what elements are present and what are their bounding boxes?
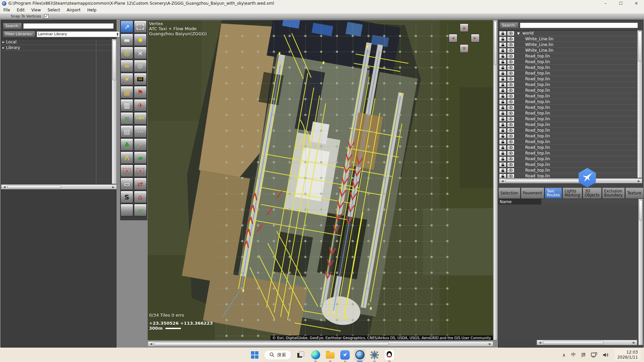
visibility-eye-icon[interactable] — [507, 145, 514, 150]
menu-item[interactable]: View — [28, 7, 44, 13]
map-vertical-scrollbar[interactable] — [493, 20, 497, 340]
hole-tool[interactable]: ⊘ — [134, 60, 147, 72]
helipad-tool[interactable]: ◎ — [120, 47, 133, 59]
visibility-eye-icon[interactable] — [507, 48, 514, 53]
maximize-button[interactable]: ☐ — [613, 0, 629, 7]
atc-taxi-route-tool[interactable]: ↱ATC — [134, 112, 147, 125]
lock-icon[interactable] — [499, 151, 506, 156]
lock-icon[interactable] — [499, 31, 506, 36]
scrollbar-thumb[interactable] — [505, 179, 589, 182]
library-tree-item[interactable]: ► Local — [1, 39, 112, 45]
hierarchy-row[interactable]: Road_top.lin — [498, 133, 637, 139]
inspector-tab[interactable]: Texture — [625, 187, 644, 199]
expander-icon[interactable]: ► — [2, 40, 5, 44]
hierarchy-row[interactable]: Road_top.lin — [498, 71, 637, 76]
filter-libraries-dropdown[interactable]: Laminar Library ▲▼ — [37, 31, 120, 37]
visibility-eye-icon[interactable] — [507, 31, 514, 36]
hierarchy-row[interactable]: Road_top.lin — [498, 150, 637, 156]
marquee-tool[interactable] — [134, 20, 147, 33]
lock-icon[interactable] — [499, 71, 506, 76]
hierarchy-row[interactable]: Road_top.lin — [498, 93, 637, 99]
select-vertex-tool[interactable]: ↗ — [120, 20, 133, 33]
inspector-tab[interactable]: Selection — [498, 187, 521, 199]
truck-parking-tool[interactable]: ▭ — [120, 178, 133, 190]
visibility-eye-icon[interactable] — [507, 128, 514, 133]
hierarchy-row[interactable]: Road_top.lin — [498, 99, 637, 105]
hierarchy-row[interactable]: Road_top.lin — [498, 116, 637, 122]
hierarchy-row[interactable]: Road_top.lin — [498, 122, 637, 128]
hierarchy-row[interactable]: Road_top.lin — [498, 82, 637, 88]
file-explorer-button[interactable] — [325, 349, 336, 361]
hierarchy-row[interactable]: Road_top.lin — [498, 76, 637, 82]
visibility-eye-icon[interactable] — [507, 139, 514, 144]
qq-button[interactable] — [384, 349, 395, 361]
visibility-eye-icon[interactable] — [507, 65, 514, 70]
line-tool[interactable]: Λ — [120, 151, 133, 164]
truck-destination-tool[interactable]: ⇄ — [134, 178, 147, 190]
inspector-tab[interactable]: Exclusion Boundary — [602, 187, 625, 199]
visibility-eye-icon[interactable] — [507, 134, 514, 139]
hierarchy-row[interactable]: Road_top.lin — [498, 65, 637, 71]
column-divider[interactable] — [96, 39, 96, 184]
lock-icon[interactable] — [499, 37, 506, 42]
hierarchy-row[interactable]: White_Line.lin — [498, 36, 637, 42]
lock-icon[interactable] — [499, 54, 506, 59]
lock-icon[interactable] — [499, 94, 506, 99]
hierarchy-row[interactable]: Road_top.lin — [498, 139, 637, 145]
autogen-building-tool[interactable]: ⌂ — [134, 191, 147, 203]
attribute-body[interactable] — [498, 205, 644, 340]
scrollbar-thumb[interactable] — [112, 40, 116, 80]
lock-icon[interactable] — [499, 48, 506, 53]
light-string-tool[interactable]: ⋰ — [134, 138, 147, 151]
runway-tool[interactable]: ▬ — [120, 34, 133, 46]
object-string-tool[interactable]: ⋯ — [134, 125, 147, 138]
library-search-input[interactable] — [23, 23, 114, 29]
object-tool[interactable]: ▦ — [120, 86, 133, 98]
inspector-tab[interactable]: Pavement — [521, 187, 544, 199]
inspector-tab[interactable]: 3D Objects — [583, 187, 601, 199]
hierarchy-row[interactable]: Road_top.lin — [498, 110, 637, 116]
fence-tool[interactable]: ≡ — [120, 112, 133, 125]
lock-icon[interactable] — [499, 117, 506, 122]
scroll-right-icon[interactable]: ▶ — [636, 179, 642, 183]
lock-icon[interactable] — [499, 77, 506, 82]
wed-taskbar-button[interactable] — [354, 349, 365, 361]
map-pane[interactable]: Vertex ATC Taxi + Flow Mode Guangzhou Ba… — [148, 20, 493, 340]
expander-icon[interactable]: ► — [2, 46, 5, 49]
visibility-eye-icon[interactable] — [507, 88, 514, 93]
visibility-eye-icon[interactable] — [507, 174, 514, 178]
close-button[interactable]: ✕ — [629, 0, 644, 7]
lock-icon[interactable] — [499, 88, 506, 93]
hierarchy-row[interactable]: Road_top.lin — [498, 128, 637, 133]
visibility-eye-icon[interactable] — [507, 168, 514, 173]
taskbar-search[interactable]: 搜索 — [264, 350, 292, 360]
lock-icon[interactable] — [499, 59, 506, 64]
xunlei-taskbar-button[interactable] — [339, 349, 351, 361]
hierarchy-row[interactable]: White_Line.lin — [498, 48, 637, 53]
lock-icon[interactable] — [499, 82, 506, 87]
pan-right-button[interactable]: ▶ — [471, 34, 480, 42]
visibility-eye-icon[interactable] — [507, 71, 514, 76]
exclusion-zone-alt-tool[interactable]: × — [134, 165, 147, 177]
visibility-eye-icon[interactable] — [507, 122, 514, 127]
network-icon[interactable] — [591, 352, 597, 358]
exclusion-zone-tool[interactable]: × — [120, 165, 133, 177]
lock-icon[interactable] — [499, 174, 506, 178]
hierarchy-row[interactable]: Road_top.lin — [498, 145, 637, 150]
visibility-eye-icon[interactable] — [507, 162, 514, 167]
forest-tool[interactable]: ♣ — [120, 138, 133, 151]
hierarchy-row[interactable]: Road_top.lin — [498, 173, 637, 178]
visibility-eye-icon[interactable] — [507, 156, 514, 162]
windsock-tool[interactable]: ⚑ — [134, 86, 147, 98]
speaker-icon[interactable] — [603, 352, 609, 358]
visibility-eye-icon[interactable] — [507, 151, 514, 156]
blank-tool[interactable] — [120, 204, 133, 216]
library-tree-item[interactable]: ► Library — [1, 45, 112, 51]
hierarchy-row[interactable]: Road_top.lin — [498, 168, 637, 173]
expander-icon[interactable]: ▼ — [517, 32, 520, 35]
library-horizontal-scrollbar[interactable]: ◀ ▶ — [1, 184, 117, 189]
lock-icon[interactable] — [499, 134, 506, 139]
ime-mode-indicator[interactable]: 拼 — [581, 352, 586, 358]
taskbar-clock[interactable]: 12:03 2026/1/11 — [614, 349, 641, 361]
attribute-vertical-scrollbar[interactable] — [638, 199, 643, 345]
